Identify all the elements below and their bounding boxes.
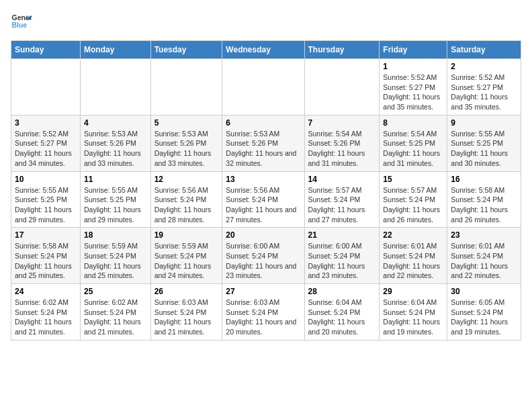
calendar-cell: 20Sunrise: 6:00 AM Sunset: 5:24 PM Dayli… xyxy=(222,228,304,284)
day-info: Sunrise: 5:53 AM Sunset: 5:26 PM Dayligh… xyxy=(154,129,219,169)
calendar-cell: 11Sunrise: 5:55 AM Sunset: 5:25 PM Dayli… xyxy=(81,171,151,228)
day-info: Sunrise: 5:54 AM Sunset: 5:26 PM Dayligh… xyxy=(308,129,376,169)
day-info: Sunrise: 5:58 AM Sunset: 5:24 PM Dayligh… xyxy=(15,241,77,281)
calendar-table: SundayMondayTuesdayWednesdayThursdayFrid… xyxy=(11,40,521,340)
day-info: Sunrise: 5:57 AM Sunset: 5:24 PM Dayligh… xyxy=(308,185,376,225)
calendar-cell: 12Sunrise: 5:56 AM Sunset: 5:24 PM Dayli… xyxy=(150,171,222,228)
calendar-week-row: 3Sunrise: 5:52 AM Sunset: 5:27 PM Daylig… xyxy=(11,115,521,171)
day-number: 2 xyxy=(451,62,517,71)
day-number: 17 xyxy=(15,230,77,240)
day-number: 28 xyxy=(308,287,376,296)
calendar-cell: 7Sunrise: 5:54 AM Sunset: 5:26 PM Daylig… xyxy=(304,115,380,171)
day-number: 15 xyxy=(383,175,443,184)
calendar-cell: 18Sunrise: 5:59 AM Sunset: 5:24 PM Dayli… xyxy=(81,228,151,284)
day-info: Sunrise: 5:55 AM Sunset: 5:25 PM Dayligh… xyxy=(84,185,147,225)
day-info: Sunrise: 5:53 AM Sunset: 5:26 PM Dayligh… xyxy=(84,129,147,169)
day-info: Sunrise: 5:53 AM Sunset: 5:26 PM Dayligh… xyxy=(226,129,300,169)
calendar-cell: 22Sunrise: 6:01 AM Sunset: 5:24 PM Dayli… xyxy=(380,228,447,284)
day-number: 20 xyxy=(226,230,300,240)
day-number: 8 xyxy=(383,118,443,128)
calendar-header-row: SundayMondayTuesdayWednesdayThursdayFrid… xyxy=(11,41,521,59)
calendar-cell: 14Sunrise: 5:57 AM Sunset: 5:24 PM Dayli… xyxy=(304,171,380,228)
logo-icon: General Blue xyxy=(11,11,32,32)
calendar-cell: 25Sunrise: 6:02 AM Sunset: 5:24 PM Dayli… xyxy=(81,284,151,340)
calendar-cell: 5Sunrise: 5:53 AM Sunset: 5:26 PM Daylig… xyxy=(150,115,222,171)
weekday-header: Tuesday xyxy=(150,41,222,59)
day-info: Sunrise: 5:52 AM Sunset: 5:27 PM Dayligh… xyxy=(383,73,443,112)
day-number: 18 xyxy=(84,230,147,240)
day-number: 16 xyxy=(451,175,517,184)
day-number: 9 xyxy=(451,118,517,128)
day-info: Sunrise: 6:02 AM Sunset: 5:24 PM Dayligh… xyxy=(15,298,77,337)
day-info: Sunrise: 6:01 AM Sunset: 5:24 PM Dayligh… xyxy=(383,241,443,281)
calendar-cell xyxy=(11,59,81,116)
calendar-cell: 6Sunrise: 5:53 AM Sunset: 5:26 PM Daylig… xyxy=(222,115,304,171)
day-info: Sunrise: 6:05 AM Sunset: 5:24 PM Dayligh… xyxy=(451,298,517,337)
svg-text:Blue: Blue xyxy=(12,21,28,29)
day-number: 22 xyxy=(383,230,443,240)
day-number: 12 xyxy=(154,175,219,184)
day-number: 30 xyxy=(451,287,517,296)
calendar-cell: 17Sunrise: 5:58 AM Sunset: 5:24 PM Dayli… xyxy=(11,228,81,284)
calendar-cell: 29Sunrise: 6:04 AM Sunset: 5:24 PM Dayli… xyxy=(380,284,447,340)
calendar-cell: 9Sunrise: 5:55 AM Sunset: 5:25 PM Daylig… xyxy=(447,115,521,171)
day-number: 13 xyxy=(226,175,300,184)
weekday-header: Saturday xyxy=(447,41,521,59)
calendar-week-row: 17Sunrise: 5:58 AM Sunset: 5:24 PM Dayli… xyxy=(11,228,521,284)
day-number: 21 xyxy=(308,230,376,240)
day-info: Sunrise: 5:56 AM Sunset: 5:24 PM Dayligh… xyxy=(226,185,300,225)
weekday-header: Wednesday xyxy=(222,41,304,59)
day-number: 26 xyxy=(154,287,219,296)
day-info: Sunrise: 5:56 AM Sunset: 5:24 PM Dayligh… xyxy=(154,185,219,225)
day-number: 6 xyxy=(226,118,300,128)
day-info: Sunrise: 6:00 AM Sunset: 5:24 PM Dayligh… xyxy=(308,241,376,281)
weekday-header: Sunday xyxy=(11,41,81,59)
calendar-cell: 28Sunrise: 6:04 AM Sunset: 5:24 PM Dayli… xyxy=(304,284,380,340)
calendar-week-row: 1Sunrise: 5:52 AM Sunset: 5:27 PM Daylig… xyxy=(11,59,521,116)
calendar-cell: 1Sunrise: 5:52 AM Sunset: 5:27 PM Daylig… xyxy=(380,59,447,116)
day-number: 3 xyxy=(15,118,77,128)
calendar-week-row: 10Sunrise: 5:55 AM Sunset: 5:25 PM Dayli… xyxy=(11,171,521,228)
day-number: 24 xyxy=(15,287,77,296)
day-info: Sunrise: 6:04 AM Sunset: 5:24 PM Dayligh… xyxy=(383,298,443,337)
day-number: 4 xyxy=(84,118,147,128)
calendar-cell: 13Sunrise: 5:56 AM Sunset: 5:24 PM Dayli… xyxy=(222,171,304,228)
page-header: General Blue xyxy=(11,11,521,32)
day-number: 14 xyxy=(308,175,376,184)
day-info: Sunrise: 5:59 AM Sunset: 5:24 PM Dayligh… xyxy=(84,241,147,281)
logo: General Blue xyxy=(11,11,32,32)
day-info: Sunrise: 5:59 AM Sunset: 5:24 PM Dayligh… xyxy=(154,241,219,281)
calendar-cell xyxy=(150,59,222,116)
day-info: Sunrise: 5:55 AM Sunset: 5:25 PM Dayligh… xyxy=(15,185,77,225)
calendar-cell: 30Sunrise: 6:05 AM Sunset: 5:24 PM Dayli… xyxy=(447,284,521,340)
day-number: 10 xyxy=(15,175,77,184)
weekday-header: Thursday xyxy=(304,41,380,59)
day-info: Sunrise: 5:54 AM Sunset: 5:25 PM Dayligh… xyxy=(383,129,443,169)
calendar-cell: 4Sunrise: 5:53 AM Sunset: 5:26 PM Daylig… xyxy=(81,115,151,171)
day-number: 29 xyxy=(383,287,443,296)
calendar-cell: 21Sunrise: 6:00 AM Sunset: 5:24 PM Dayli… xyxy=(304,228,380,284)
day-info: Sunrise: 5:52 AM Sunset: 5:27 PM Dayligh… xyxy=(451,73,517,112)
weekday-header: Monday xyxy=(81,41,151,59)
calendar-cell: 27Sunrise: 6:03 AM Sunset: 5:24 PM Dayli… xyxy=(222,284,304,340)
day-info: Sunrise: 5:55 AM Sunset: 5:25 PM Dayligh… xyxy=(451,129,517,169)
day-number: 5 xyxy=(154,118,219,128)
day-info: Sunrise: 6:03 AM Sunset: 5:24 PM Dayligh… xyxy=(226,298,300,337)
day-number: 23 xyxy=(451,230,517,240)
calendar-cell: 15Sunrise: 5:57 AM Sunset: 5:24 PM Dayli… xyxy=(380,171,447,228)
day-info: Sunrise: 6:03 AM Sunset: 5:24 PM Dayligh… xyxy=(154,298,219,337)
day-number: 25 xyxy=(84,287,147,296)
calendar-cell: 8Sunrise: 5:54 AM Sunset: 5:25 PM Daylig… xyxy=(380,115,447,171)
calendar-cell: 26Sunrise: 6:03 AM Sunset: 5:24 PM Dayli… xyxy=(150,284,222,340)
calendar-cell: 2Sunrise: 5:52 AM Sunset: 5:27 PM Daylig… xyxy=(447,59,521,116)
calendar-cell: 10Sunrise: 5:55 AM Sunset: 5:25 PM Dayli… xyxy=(11,171,81,228)
calendar-cell: 19Sunrise: 5:59 AM Sunset: 5:24 PM Dayli… xyxy=(150,228,222,284)
calendar-cell xyxy=(304,59,380,116)
weekday-header: Friday xyxy=(380,41,447,59)
day-info: Sunrise: 5:58 AM Sunset: 5:24 PM Dayligh… xyxy=(451,185,517,225)
day-number: 27 xyxy=(226,287,300,296)
calendar-cell: 23Sunrise: 6:01 AM Sunset: 5:24 PM Dayli… xyxy=(447,228,521,284)
day-number: 7 xyxy=(308,118,376,128)
day-number: 1 xyxy=(383,62,443,71)
day-info: Sunrise: 5:57 AM Sunset: 5:24 PM Dayligh… xyxy=(383,185,443,225)
